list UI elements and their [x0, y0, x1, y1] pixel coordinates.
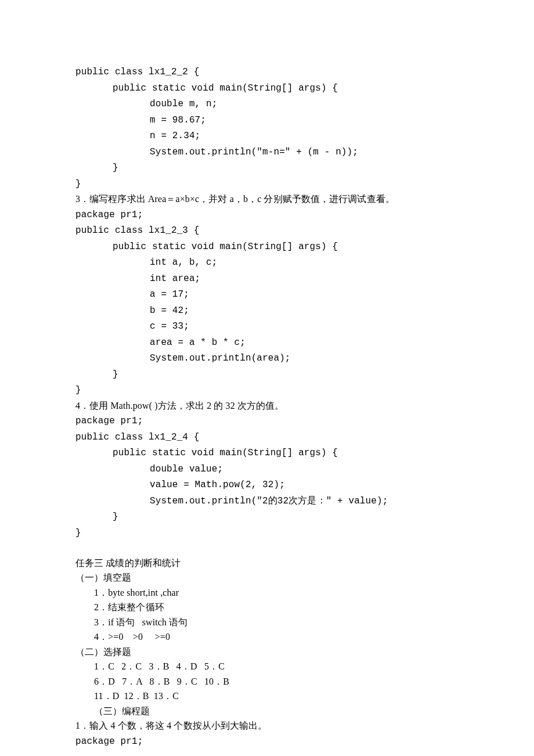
section-fill-title: （一）填空题: [75, 573, 132, 582]
code-line: }: [75, 528, 81, 538]
code-line: package pr1;: [75, 416, 143, 426]
code-line: int a, b, c;: [150, 257, 217, 268]
code-line: public class lx1_2_3 {: [75, 225, 199, 236]
code-line: System.out.println("2的32次方是：" + value);: [150, 496, 388, 506]
code-line: }: [113, 512, 118, 522]
code-line: package pr1;: [75, 210, 143, 220]
choice-answer-row: 1．C 2．C 3．B 4．D 5．C: [94, 661, 225, 671]
code-line: int area;: [150, 273, 200, 284]
code-line: area = a * b * c;: [150, 337, 246, 348]
code-line: public static void main(String[] args) {: [113, 448, 338, 458]
section-program-title: （三）编程题: [94, 706, 150, 716]
choice-answer-row: 11．D 12．B 13．C: [94, 691, 179, 701]
choice-answer-row: 6．D 7．A 8．B 9．C 10．B: [94, 676, 229, 686]
code-line: double m, n;: [150, 99, 217, 109]
task3-title: 任务三 成绩的判断和统计: [75, 558, 181, 568]
code-line: m = 98.67;: [150, 115, 206, 125]
program-question-1: 1．输入 4 个数，将这 4 个数按从小到大输出。: [75, 721, 268, 730]
code-line: public static void main(String[] args) {: [113, 242, 338, 252]
code-line: n = 2.34;: [150, 131, 200, 141]
code-line: a = 17;: [150, 289, 189, 300]
fill-answer: 2．结束整个循环: [94, 602, 164, 612]
fill-answer: 4．>=0 >0 >=0: [94, 632, 170, 642]
code-line: value = Math.pow(2, 32);: [150, 480, 285, 490]
fill-answer: 1．byte short,int ,char: [94, 588, 179, 597]
question-4: 4．使用 Math.pow( )方法，求出 2 的 32 次方的值。: [75, 401, 284, 411]
code-line: public static void main(String[] args) {: [113, 83, 338, 93]
code-line: }: [113, 369, 118, 380]
code-line: c = 33;: [150, 321, 189, 332]
code-line: System.out.println("m-n=" + (m - n));: [150, 147, 358, 157]
question-3: 3．编写程序求出 Area＝a×b×c，并对 a，b，c 分别赋予数值，进行调试…: [75, 194, 395, 204]
section-choice-title: （二）选择题: [75, 647, 132, 657]
code-line: public class lx1_2_2 {: [75, 67, 199, 77]
code-line: }: [75, 385, 81, 395]
document-page: public class lx1_2_2 { public static voi…: [0, 0, 534, 756]
code-line: double value;: [150, 464, 223, 474]
code-line: System.out.println(area);: [150, 353, 291, 363]
code-line: }: [113, 163, 118, 173]
code-line: package pr1;: [75, 736, 143, 747]
code-line: b = 42;: [150, 305, 189, 316]
code-line: }: [75, 179, 81, 189]
fill-answer: 3．if 语句 switch 语句: [94, 617, 187, 627]
code-line: public class lx1_2_4 {: [75, 432, 199, 442]
